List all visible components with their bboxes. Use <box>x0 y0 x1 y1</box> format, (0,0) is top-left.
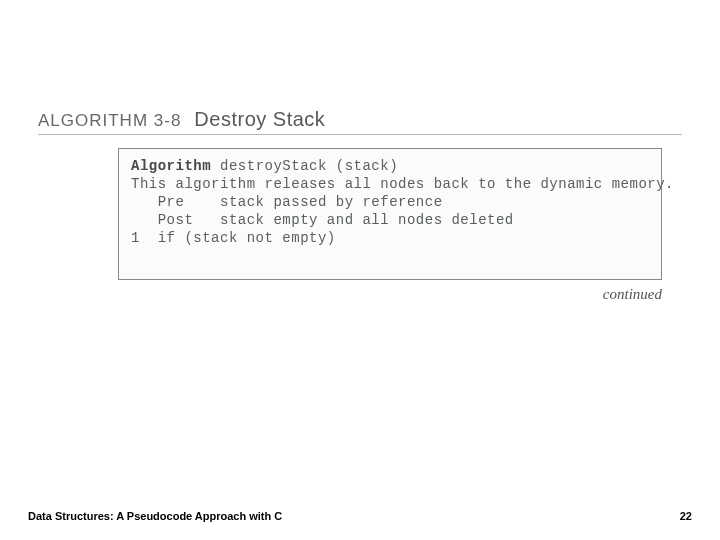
heading-divider <box>38 134 682 135</box>
pseudocode-box: Algorithm destroyStack (stack) This algo… <box>118 148 662 280</box>
algorithm-title: Destroy Stack <box>194 108 325 130</box>
footer-book-title: Data Structures: A Pseudocode Approach w… <box>28 510 282 522</box>
continued-label: continued <box>603 286 662 303</box>
code-line-2: This algorithm releases all nodes back t… <box>131 176 674 192</box>
pseudocode-text: Algorithm destroyStack (stack) This algo… <box>131 157 649 247</box>
slide: ALGORITHM 3-8 Destroy Stack Algorithm de… <box>0 0 720 540</box>
code-line-3: Pre stack passed by reference <box>131 194 443 210</box>
algorithm-heading: ALGORITHM 3-8 Destroy Stack <box>38 108 325 131</box>
code-line-5: 1 if (stack not empty) <box>131 230 336 246</box>
algorithm-number: ALGORITHM 3-8 <box>38 111 181 130</box>
footer-page-number: 22 <box>680 510 692 522</box>
code-line-4: Post stack empty and all nodes deleted <box>131 212 514 228</box>
keyword-algorithm: Algorithm <box>131 158 211 174</box>
code-line-1-rest: destroyStack (stack) <box>211 158 398 174</box>
